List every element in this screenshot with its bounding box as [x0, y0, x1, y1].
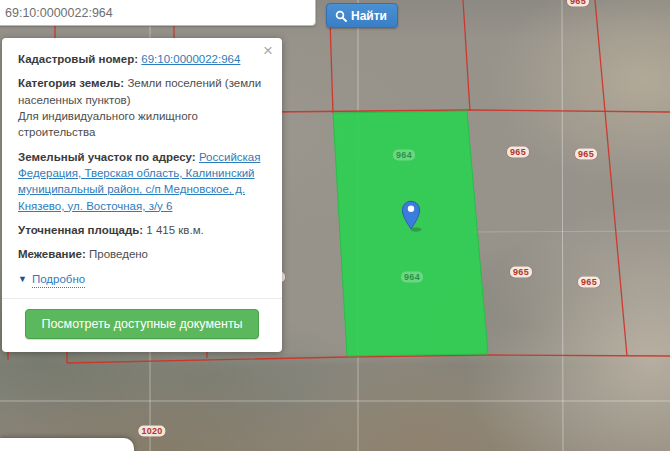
cadastral-number-link[interactable]: 69:10:0000022:964 [141, 53, 240, 65]
survey-label: Межевание: [18, 248, 86, 260]
area-row: Уточненная площадь: 1 415 кв.м. [18, 222, 266, 238]
search-input[interactable] [0, 0, 316, 26]
address-label: Земельный участок по адресу: [18, 151, 196, 163]
parcel-label: 964 [401, 272, 423, 283]
close-icon[interactable]: × [263, 42, 273, 59]
parcel-label: 965 [578, 277, 600, 288]
bottom-toolbar-panel[interactable] [0, 438, 134, 451]
search-button-label: Найти [351, 9, 387, 23]
address-row: Земельный участок по адресу: Российская … [18, 149, 266, 214]
details-toggle[interactable]: ▼ Подробно [18, 271, 266, 288]
view-documents-button[interactable]: Посмотреть доступные документы [25, 309, 258, 339]
land-category-label: Категория земель: [18, 77, 124, 89]
area-label: Уточненная площадь: [18, 224, 143, 236]
search-icon [335, 10, 347, 22]
parcel-label: 965 [575, 149, 597, 160]
parcel-label: 965 [567, 0, 589, 7]
search-button[interactable]: Найти [326, 3, 398, 28]
cadastral-number-label: Кадастровый номер: [18, 53, 138, 65]
cadastral-number-row: Кадастровый номер: 69:10:0000022:964 [18, 51, 266, 67]
selected-parcel-highlight[interactable] [333, 111, 488, 356]
parcel-label: 965 [507, 147, 529, 158]
details-link[interactable]: Подробно [32, 271, 85, 288]
parcel-info-popup: × Кадастровый номер: 69:10:0000022:964 К… [2, 38, 282, 352]
permitted-use-value: Для индивидуального жилищного строительс… [18, 110, 198, 138]
area-value: 1 415 кв.м. [146, 224, 203, 236]
survey-value: Проведено [89, 248, 148, 260]
chevron-down-icon: ▼ [18, 274, 27, 284]
land-category-row: Категория земель: Земли поселений (земли… [18, 75, 266, 140]
parcel-label: 964 [393, 150, 415, 161]
parcel-label: 965 [510, 267, 532, 278]
survey-row: Межевание: Проведено [18, 246, 266, 262]
parcel-label: 1020 [138, 426, 165, 437]
